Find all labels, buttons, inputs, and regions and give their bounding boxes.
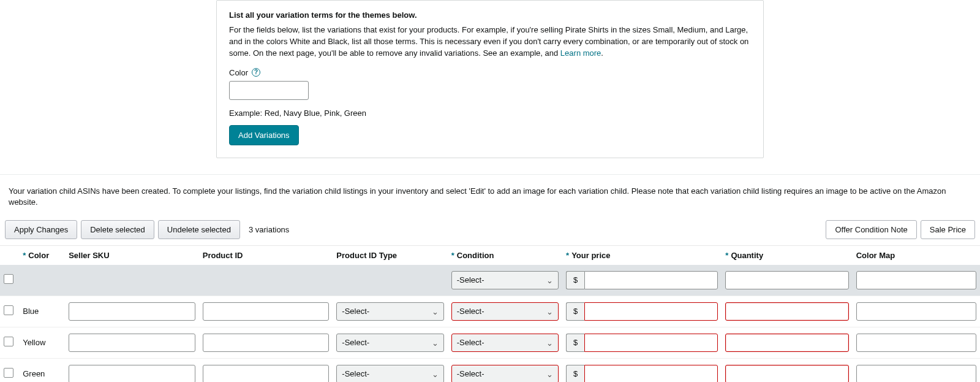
- bulk-price-input[interactable]: [584, 271, 718, 289]
- bulk-quantity-input[interactable]: [725, 271, 848, 289]
- currency-prefix: $: [566, 334, 584, 352]
- product-id-input[interactable]: [203, 365, 330, 382]
- price-input[interactable]: [584, 365, 718, 382]
- chevron-down-icon: ⌄: [432, 338, 439, 347]
- color-terms-input[interactable]: [229, 81, 309, 100]
- offer-condition-note-button[interactable]: Offer Condition Note: [826, 220, 916, 239]
- product-id-type-select[interactable]: -Select- ⌄: [336, 365, 443, 382]
- chevron-down-icon: ⌄: [546, 369, 553, 378]
- chevron-down-icon: ⌄: [432, 307, 439, 316]
- currency-prefix: $: [566, 302, 584, 321]
- currency-prefix: $: [566, 271, 584, 289]
- seller-sku-input[interactable]: [69, 334, 195, 352]
- chevron-down-icon: ⌄: [546, 275, 553, 285]
- undelete-selected-button[interactable]: Undelete selected: [158, 220, 240, 239]
- product-id-input[interactable]: [203, 334, 330, 352]
- panel-title: List all your variation terms for the th…: [229, 10, 751, 20]
- row-checkbox[interactable]: [4, 368, 13, 378]
- color-example-text: Example: Red, Navy Blue, Pink, Green: [229, 109, 751, 118]
- header-your-price: *Your price: [562, 245, 722, 265]
- bulk-color-map-input[interactable]: [856, 271, 976, 289]
- chevron-down-icon: ⌄: [432, 369, 439, 378]
- color-map-input[interactable]: [856, 302, 976, 321]
- chevron-down-icon: ⌄: [546, 338, 553, 347]
- condition-select[interactable]: -Select- ⌄: [451, 302, 559, 321]
- add-variations-button[interactable]: Add Variations: [229, 125, 299, 145]
- price-input[interactable]: [584, 302, 718, 321]
- header-color: *Color: [19, 245, 65, 265]
- condition-select[interactable]: -Select- ⌄: [451, 334, 559, 352]
- help-icon[interactable]: ?: [252, 68, 260, 77]
- header-quantity: *Quantity: [722, 245, 852, 265]
- variations-toolbar: Apply Changes Delete selected Undelete s…: [0, 214, 980, 245]
- panel-desc-text: For the fields below, list the variation…: [229, 25, 748, 58]
- header-product-id-type: Product ID Type: [333, 245, 447, 265]
- variations-count: 3 variations: [249, 225, 289, 234]
- variation-terms-panel: List all your variation terms for the th…: [216, 0, 764, 158]
- table-header-row: *Color Seller SKU Product ID Product ID …: [0, 245, 980, 265]
- product-id-type-select[interactable]: -Select- ⌄: [336, 334, 443, 352]
- row-checkbox[interactable]: [4, 337, 13, 346]
- variations-table: *Color Seller SKU Product ID Product ID …: [0, 245, 980, 382]
- delete-selected-button[interactable]: Delete selected: [81, 220, 154, 239]
- seller-sku-input[interactable]: [69, 302, 195, 321]
- info-message: Your variation child ASINs have been cre…: [0, 174, 980, 214]
- currency-prefix: $: [566, 365, 584, 382]
- table-row: Yellow -Select- ⌄ -Select- ⌄ $: [0, 327, 980, 358]
- bulk-condition-value: -Select-: [457, 275, 484, 285]
- panel-description: For the fields below, list the variation…: [229, 25, 751, 59]
- table-row: Blue -Select- ⌄ -Select- ⌄ $: [0, 296, 980, 327]
- condition-select[interactable]: -Select- ⌄: [451, 365, 559, 382]
- chevron-down-icon: ⌄: [546, 307, 553, 316]
- row-color: Yellow: [19, 327, 65, 358]
- header-color-map: Color Map: [853, 245, 980, 265]
- row-color: Blue: [19, 296, 65, 327]
- bulk-condition-select[interactable]: -Select- ⌄: [451, 271, 559, 289]
- color-map-input[interactable]: [856, 365, 976, 382]
- product-id-type-select[interactable]: -Select- ⌄: [336, 302, 443, 321]
- panel-desc-end: .: [601, 48, 603, 58]
- product-id-input[interactable]: [203, 302, 330, 321]
- learn-more-link[interactable]: Learn more: [560, 48, 601, 58]
- color-map-input[interactable]: [856, 334, 976, 352]
- apply-changes-button[interactable]: Apply Changes: [5, 220, 77, 239]
- bulk-edit-row: -Select- ⌄ $: [0, 265, 980, 296]
- row-color: Green: [19, 358, 65, 382]
- price-input[interactable]: [584, 334, 718, 352]
- row-checkbox[interactable]: [4, 305, 13, 315]
- color-field-label-row: Color ?: [229, 68, 751, 77]
- quantity-input[interactable]: [725, 334, 848, 352]
- table-row: Green -Select- ⌄ -Select- ⌄ $: [0, 358, 980, 382]
- select-all-checkbox[interactable]: [4, 274, 13, 284]
- sale-price-button[interactable]: Sale Price: [921, 220, 975, 239]
- color-field-label: Color: [229, 68, 248, 77]
- header-product-id: Product ID: [199, 245, 333, 265]
- quantity-input[interactable]: [725, 365, 848, 382]
- quantity-input[interactable]: [725, 302, 848, 321]
- header-seller-sku: Seller SKU: [65, 245, 199, 265]
- seller-sku-input[interactable]: [69, 365, 195, 382]
- header-condition: *Condition: [448, 245, 562, 265]
